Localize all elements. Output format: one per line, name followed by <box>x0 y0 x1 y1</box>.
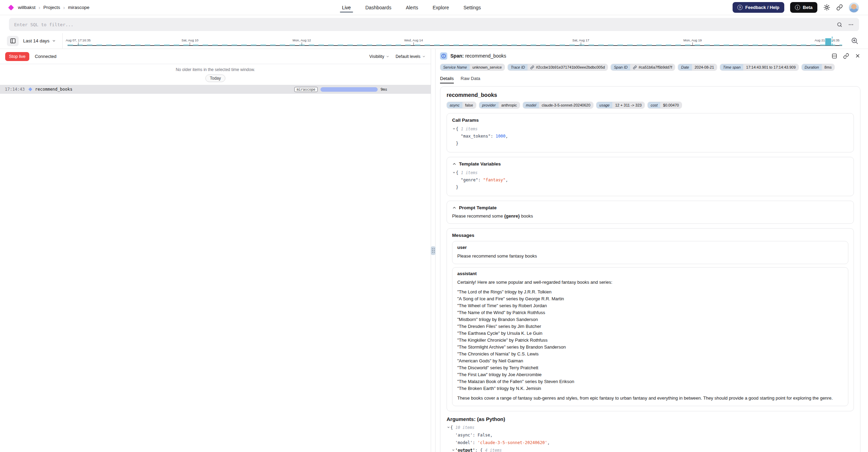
attribute-pill-text: 12 + 311 -> 323 <box>615 103 642 107</box>
split-view-icon[interactable] <box>831 53 837 59</box>
book-list-item: "Mistborn" trilogy by Brandon Sanderson <box>457 316 843 323</box>
meta-pill-text: unknown_service <box>472 65 502 69</box>
time-range-dropdown[interactable]: Last 14 days <box>23 38 58 43</box>
json-collapse-chevron[interactable] <box>447 426 450 429</box>
nav-tab[interactable]: Settings <box>458 0 487 15</box>
meta-pill-value: #2ccbe10b91e371741b00eee2bdbc005d <box>528 64 607 70</box>
book-list-item: "The Name of the Wind" by Patrick Rothfu… <box>457 309 843 316</box>
tab[interactable]: Details <box>440 76 454 83</box>
sql-filter-input[interactable] <box>14 22 831 27</box>
json-line: { 1 items <box>452 169 848 177</box>
question-circle-icon: ? <box>737 5 743 10</box>
meta-pill-value: 8ms <box>822 64 835 70</box>
nav-tab[interactable]: Live <box>336 0 357 15</box>
json-collapse-chevron[interactable] <box>452 171 456 174</box>
duration-label: 9ms <box>380 87 387 92</box>
drag-handle-icon[interactable] <box>431 246 436 255</box>
attribute-pill-text: $0.00470 <box>663 103 679 107</box>
timeline-tick-label: Mon, Aug 12 <box>293 38 311 42</box>
meta-pill: Trace ID #2ccbe10b91e371741b00eee2bdbc00… <box>508 64 608 71</box>
message-role: user <box>457 245 843 250</box>
attribute-pill: async false <box>447 102 476 109</box>
filter-bar <box>0 15 868 33</box>
breadcrumb-separator-icon: › <box>63 5 65 10</box>
breadcrumb-projects[interactable]: Projects <box>43 5 60 10</box>
beta-button[interactable]: i Beta <box>790 2 817 13</box>
json-line: } <box>452 184 848 191</box>
nav-tab-label: Alerts <box>406 5 418 10</box>
timeline-tick-label: Sat, Aug 10 <box>182 38 198 42</box>
json-collapse-chevron[interactable] <box>451 449 455 452</box>
timeline-chart[interactable]: Aug 07, 17:16:35Sat, Aug 10Mon, Aug 12We… <box>62 33 844 49</box>
feedback-help-button[interactable]: ? Feedback / Help <box>733 2 784 13</box>
share-link-icon[interactable] <box>836 4 843 11</box>
json-collapse-chevron[interactable] <box>452 127 456 130</box>
chevron-up-icon <box>452 205 457 210</box>
breadcrumb-project[interactable]: mirascope <box>68 5 89 10</box>
timeline-tick-mark <box>190 42 190 46</box>
prompt-template-header[interactable]: Prompt Template <box>452 205 848 210</box>
attribute-pill-label: provider <box>479 102 499 108</box>
message-assistant: assistant Certainly! Here are some popul… <box>452 267 848 406</box>
meta-pill-label: Duration <box>802 64 822 70</box>
meta-pill: Duration 8ms <box>801 64 835 71</box>
attribute-pill-text: false <box>465 103 473 107</box>
book-list-item: "The Lord of the Rings" trilogy by J.R.R… <box>457 289 843 295</box>
function-heading: recommend_books <box>447 92 854 98</box>
close-icon[interactable] <box>855 53 860 59</box>
timeline-tick-mark <box>78 42 78 46</box>
more-options-icon[interactable] <box>848 22 854 28</box>
trace-name: recommend_books <box>35 87 72 92</box>
timeline-tick: Wed, Aug 14 <box>404 38 423 46</box>
time-range-label: Last 14 days <box>23 38 50 43</box>
tab[interactable]: Raw Data <box>461 76 480 83</box>
timeline-toolbar: Last 14 days Aug 07, 17:16:35Sat, Aug 10… <box>0 33 868 49</box>
toggle-sidebar-button[interactable] <box>7 36 19 46</box>
panel-resizer[interactable] <box>431 49 436 452</box>
feedback-help-label: Feedback / Help <box>745 5 779 10</box>
empty-window-message: No older items in the selected time wind… <box>0 64 431 72</box>
timeline-tick-mark <box>692 42 693 46</box>
timeline-tick: Mon, Aug 19 <box>683 38 702 46</box>
theme-toggle-icon[interactable] <box>823 4 830 11</box>
book-list-item: "The Chronicles of Narnia" by C.S. Lewis <box>457 351 843 358</box>
breadcrumb-org[interactable]: willbakst <box>18 5 35 10</box>
visibility-dropdown[interactable]: Visibility <box>369 54 389 59</box>
trace-row[interactable]: 17:14:43 recommend_books mirascope 9ms <box>0 85 431 94</box>
copy-id-link-icon[interactable] <box>633 66 637 69</box>
span-detail-panel: Span:recommend_books Service Name <box>436 49 868 452</box>
user-avatar[interactable] <box>849 2 859 13</box>
chevron-down-icon <box>386 55 389 58</box>
timeline-tick-label: Wed, Aug 14 <box>404 38 423 42</box>
prompt-template-card: Prompt Template Please recommend some {g… <box>447 201 854 224</box>
call-params-json: { 1 items"max_tokens": 1000,} <box>452 125 848 147</box>
attribute-pill-value: anthropic <box>499 102 520 108</box>
zoom-in-button[interactable] <box>849 36 860 46</box>
nav-tab[interactable]: Dashboards <box>359 0 397 15</box>
stop-live-button[interactable]: Stop live <box>5 52 29 61</box>
default-levels-dropdown[interactable]: Default levels <box>396 54 426 59</box>
trace-list-body: No older items in the selected time wind… <box>0 64 431 94</box>
json-line: "genre": "fantasy", <box>452 177 848 184</box>
sql-filter-container[interactable] <box>9 18 859 31</box>
search-icon[interactable] <box>837 22 843 28</box>
default-levels-label: Default levels <box>396 54 420 59</box>
logo-icon[interactable] <box>8 4 14 10</box>
book-list-item: "The Stormlight Archive" series by Brand… <box>457 344 843 351</box>
copy-span-link-icon[interactable] <box>843 53 849 59</box>
meta-pill-value: #ca51b6a7f5b9dd7f <box>630 64 675 70</box>
prompt-template-text: Please recommend some {genre} books <box>452 213 848 219</box>
book-list-item: "The Malazan Book of the Fallen" series … <box>457 378 843 385</box>
meta-pill: Time span 17:14:43.901 to 17:14:43.909 <box>720 64 799 71</box>
trace-list-panel: Stop live Connected Visibility Default l… <box>0 49 431 452</box>
messages-title: Messages <box>452 233 848 238</box>
nav-tab[interactable]: Alerts <box>400 0 424 15</box>
span-header: Span:recommend_books <box>440 52 860 60</box>
timeline-tick-mark <box>302 42 302 46</box>
book-list-item: "The Wheel of Time" series by Robert Jor… <box>457 302 843 309</box>
chevron-up-icon <box>452 162 457 166</box>
copy-id-link-icon[interactable] <box>530 66 534 69</box>
template-variables-header[interactable]: Template Variables <box>452 161 848 167</box>
nav-tab[interactable]: Explore <box>427 0 455 15</box>
meta-pill: Service Name unknown_service <box>440 64 505 71</box>
